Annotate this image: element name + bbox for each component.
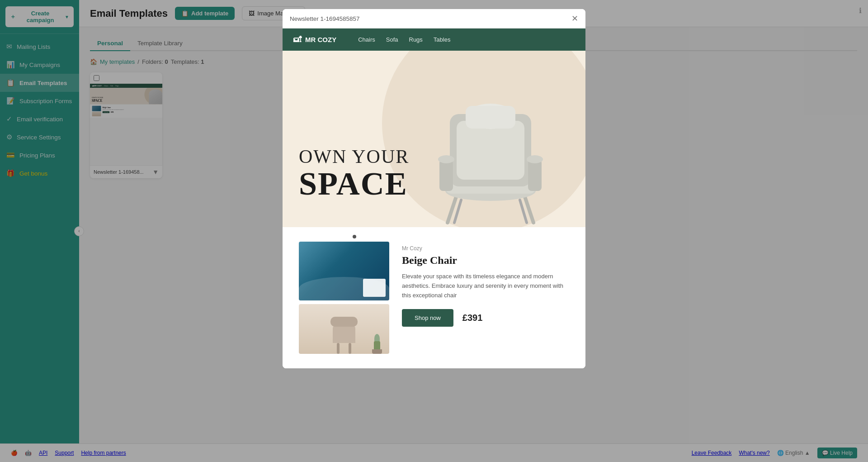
email-logo: 🛋 MR COZY xyxy=(293,35,336,44)
modal-body[interactable]: 🛋 MR COZY Chairs Sofa Rugs Tables OWN YO… xyxy=(283,29,585,368)
svg-rect-7 xyxy=(457,121,524,180)
product-title: Beige Chair xyxy=(402,254,569,267)
chair-svg xyxy=(420,69,561,227)
shop-now-button[interactable]: Shop now xyxy=(402,309,453,327)
hero-chair-image xyxy=(409,55,572,227)
preview-modal: Newsletter 1-1694585857 ✕ 🛋 MR COZY Chai… xyxy=(283,9,585,368)
svg-rect-10 xyxy=(439,159,453,191)
email-nav: 🛋 MR COZY Chairs Sofa Rugs Tables xyxy=(283,29,585,51)
product-images xyxy=(299,242,389,354)
product-description: Elevate your space with its timeless ele… xyxy=(402,272,569,300)
nav-link-rugs[interactable]: Rugs xyxy=(409,36,423,43)
modal-title: Newsletter 1-1694585857 xyxy=(290,15,360,22)
hero-space-text: SPACE xyxy=(299,167,409,200)
chair-room-background xyxy=(299,304,389,354)
product-actions: Shop now £391 xyxy=(402,309,569,327)
product-price: £391 xyxy=(462,313,483,323)
product-section: Mr Cozy Beige Chair Elevate your space w… xyxy=(283,227,585,368)
svg-point-12 xyxy=(438,155,454,163)
modal-overlay: Newsletter 1-1694585857 ✕ 🛋 MR COZY Chai… xyxy=(0,0,868,462)
logo-text: MR COZY xyxy=(305,36,336,43)
product-image-wave xyxy=(299,242,389,300)
nav-link-sofa[interactable]: Sofa xyxy=(386,36,398,43)
email-nav-links: Chairs Sofa Rugs Tables xyxy=(358,36,450,43)
hero-own-text: OWN YOUR xyxy=(299,146,409,167)
nav-link-tables[interactable]: Tables xyxy=(434,36,451,43)
svg-point-13 xyxy=(527,155,543,163)
modal-close-button[interactable]: ✕ xyxy=(571,14,578,23)
email-preview: 🛋 MR COZY Chairs Sofa Rugs Tables OWN YO… xyxy=(283,29,585,368)
logo-icon: 🛋 xyxy=(293,35,302,44)
svg-rect-11 xyxy=(528,159,542,191)
svg-rect-9 xyxy=(466,106,515,129)
hero-section: OWN YOUR SPACE xyxy=(283,51,585,227)
hero-text: OWN YOUR SPACE xyxy=(299,146,409,200)
modal-header: Newsletter 1-1694585857 ✕ xyxy=(283,9,585,29)
nav-link-chairs[interactable]: Chairs xyxy=(358,36,375,43)
product-brand: Mr Cozy xyxy=(402,245,569,252)
product-info: Mr Cozy Beige Chair Elevate your space w… xyxy=(402,242,569,327)
product-image-chair-room xyxy=(299,304,389,354)
